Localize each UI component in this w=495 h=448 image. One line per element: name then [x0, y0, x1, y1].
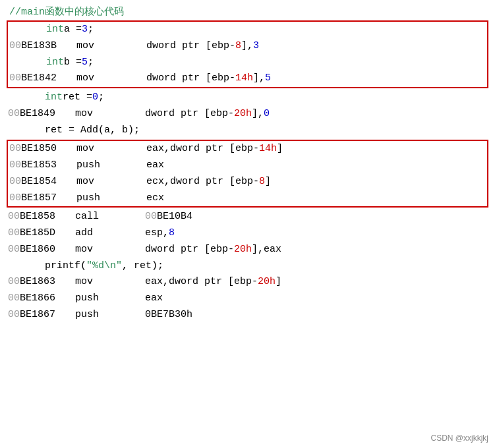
page-container: //main函数中的核心代码 int a = 3 ; 00BE183B mov … — [0, 0, 495, 343]
asm-BE1858: 00BE1858 call 00BE10B4 — [7, 209, 488, 225]
asm-BE1857: 00BE1857 push ecx — [8, 190, 487, 207]
asm-BE1854: 00BE1854 mov ecx,dword ptr [ebp-8] — [8, 174, 487, 190]
source-ret-add: ret = Add(a, b); — [7, 123, 488, 139]
asm-BE183B: 00BE183B mov dword ptr [ebp-8],3 — [8, 38, 487, 55]
kw-int-a: int — [46, 22, 64, 38]
asm-BE1842: 00BE1842 mov dword ptr [ebp-14h],5 — [8, 70, 487, 87]
asm-BE1863: 00BE1863 mov eax,dword ptr [ebp-20h] — [7, 274, 488, 291]
kw-int-ret: int — [45, 90, 63, 106]
asm-BE185D: 00BE185D add esp,8 — [7, 225, 488, 242]
val-5: 5 — [82, 55, 88, 71]
val-3: 3 — [82, 22, 88, 38]
asm-BE1853: 00BE1853 push eax — [8, 157, 487, 174]
box-1: int a = 3 ; 00BE183B mov dword ptr [ebp-… — [7, 20, 488, 88]
comment-heading: //main函数中的核心代码 — [7, 5, 488, 18]
asm-BE1867: 00BE1867 push 0BE7B30h — [7, 307, 488, 323]
kw-int-b: int — [46, 55, 64, 71]
asm-BE1866: 00BE1866 push eax — [7, 291, 488, 307]
source-int-ret: int ret = 0 ; — [7, 90, 488, 106]
source-printf: printf("%d\n", ret); — [7, 258, 488, 275]
source-int-a: int a = 3 ; — [8, 22, 487, 38]
asm-BE1849: 00BE1849 mov dword ptr [ebp-20h],0 — [7, 106, 488, 123]
box-2: 00BE1850 mov eax,dword ptr [ebp-14h] 00B… — [7, 140, 488, 208]
source-int-b: int b = 5 ; — [8, 55, 487, 71]
val-0: 0 — [92, 90, 98, 106]
watermark: CSDN @xxjkkjkj — [430, 434, 488, 443]
asm-BE1850: 00BE1850 mov eax,dword ptr [ebp-14h] — [8, 141, 487, 157]
asm-BE1860: 00BE1860 mov dword ptr [ebp-20h],eax — [7, 242, 488, 258]
